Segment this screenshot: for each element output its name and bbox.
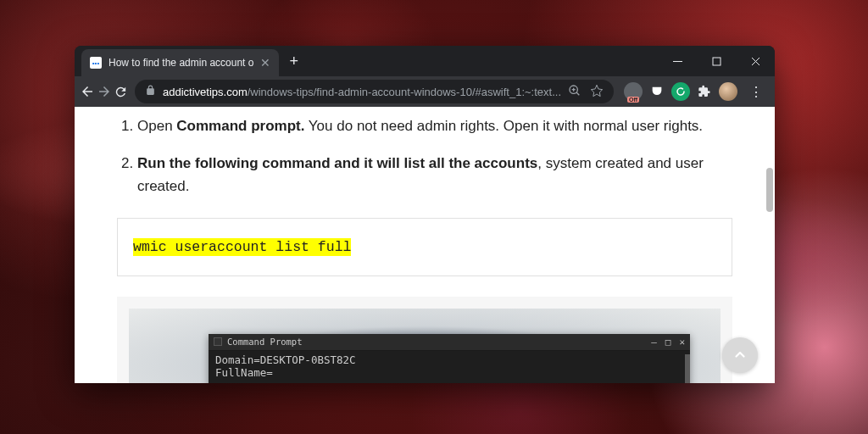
cmd-titlebar: Command Prompt — □ ✕ xyxy=(209,334,690,351)
chrome-menu-icon[interactable]: ⋮ xyxy=(743,84,770,100)
window-controls xyxy=(658,46,775,76)
article-content: Open Command prompt. You do not need adm… xyxy=(75,107,775,383)
url-text: addictivetips.com/windows-tips/find-admi… xyxy=(163,86,561,98)
cmd-minimize-icon[interactable]: — xyxy=(651,335,657,349)
zoom-icon[interactable] xyxy=(568,84,581,100)
cmd-line-1: Domain=DESKTOP-0BST82C xyxy=(215,353,683,367)
profile-avatar[interactable] xyxy=(719,82,737,101)
cmd-maximize-icon[interactable]: □ xyxy=(665,335,671,349)
reload-button[interactable] xyxy=(114,79,128,104)
scroll-to-top-button[interactable] xyxy=(722,337,758,373)
extension-pocket-icon[interactable] xyxy=(648,82,666,101)
browser-toolbar: addictivetips.com/windows-tips/find-admi… xyxy=(75,76,775,107)
tab-favicon: ••• xyxy=(90,57,102,69)
cmd-scrollbar-thumb[interactable] xyxy=(685,354,690,383)
scrollbar-thumb[interactable] xyxy=(766,168,773,212)
tab-title: How to find the admin account o xyxy=(108,57,253,69)
cmd-close-icon[interactable]: ✕ xyxy=(679,335,685,349)
address-bar[interactable]: addictivetips.com/windows-tips/find-admi… xyxy=(135,80,614,103)
forward-button[interactable] xyxy=(97,79,112,104)
step-2: Run the following command and it will li… xyxy=(137,153,732,198)
back-button[interactable] xyxy=(80,79,95,104)
extensions-menu-icon[interactable] xyxy=(695,82,714,101)
cmd-output: Domain=DESKTOP-0BST82C FullName= xyxy=(209,351,690,382)
step-1: Open Command prompt. You do not need adm… xyxy=(137,115,732,137)
bookmark-star-icon[interactable] xyxy=(590,84,604,100)
maximize-button[interactable] xyxy=(697,46,736,76)
steps-list: Open Command prompt. You do not need adm… xyxy=(117,115,732,198)
extension-grammarly-icon[interactable] xyxy=(671,82,690,101)
extension-adblock-icon[interactable] xyxy=(624,82,643,101)
browser-tab[interactable]: ••• How to find the admin account o ✕ xyxy=(81,49,279,76)
window-close-button[interactable] xyxy=(736,46,775,76)
minimize-button[interactable] xyxy=(658,46,697,76)
extensions-area: ⋮ xyxy=(620,82,773,101)
embedded-screenshot: Command Prompt — □ ✕ Domain=DESKTOP-0BST… xyxy=(117,297,732,383)
code-command: wmic useraccount list full xyxy=(133,238,351,256)
chrome-window: ••• How to find the admin account o ✕ + … xyxy=(75,46,775,383)
cmd-icon xyxy=(214,337,222,346)
page-viewport: Open Command prompt. You do not need adm… xyxy=(75,107,775,383)
new-tab-button[interactable]: + xyxy=(279,53,309,70)
cmd-line-2: FullName= xyxy=(215,366,683,380)
desktop-wallpaper: ••• How to find the admin account o ✕ + … xyxy=(0,0,868,434)
command-prompt-window: Command Prompt — □ ✕ Domain=DESKTOP-0BST… xyxy=(209,334,690,383)
tab-close-icon[interactable]: ✕ xyxy=(260,56,270,70)
cmd-title-text: Command Prompt xyxy=(227,335,303,348)
code-block: wmic useraccount list full xyxy=(117,218,732,276)
lock-icon xyxy=(145,85,156,98)
browser-titlebar: ••• How to find the admin account o ✕ + xyxy=(75,46,775,76)
svg-rect-0 xyxy=(713,58,721,65)
